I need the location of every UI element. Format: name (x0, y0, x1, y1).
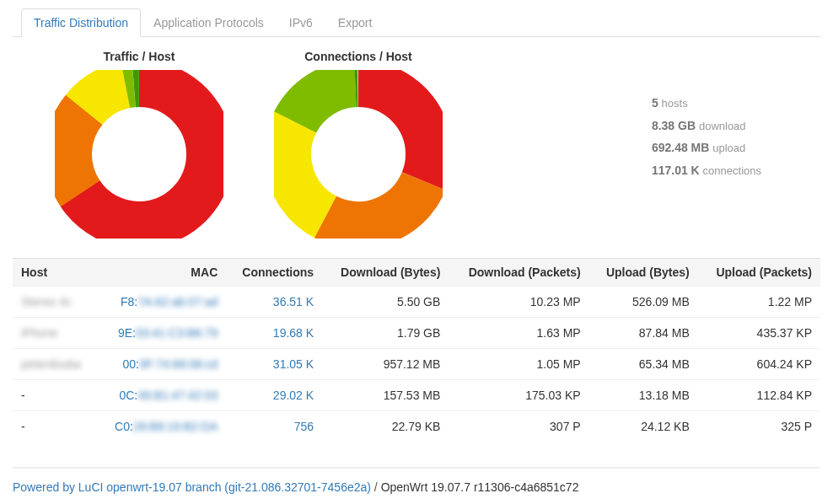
summary-stats: 5 hosts 8.38 GB download 692.48 MB uploa… (652, 50, 820, 182)
cell-download-packets: 1.05 MP (449, 349, 588, 380)
tab-ipv6[interactable]: IPv6 (277, 8, 325, 37)
stat-connections: 117.01 K connections (652, 159, 761, 182)
connections-chart (274, 70, 443, 239)
cell-mac[interactable]: 00:3F:74:68:08:cd (96, 349, 227, 380)
cell-upload-bytes: 87.84 MB (589, 318, 698, 349)
cell-download-packets: 307 P (449, 411, 588, 442)
cell-upload-packets: 435.37 KP (698, 318, 820, 349)
cell-upload-packets: 325 P (698, 411, 820, 442)
traffic-chart (55, 70, 223, 239)
table-row[interactable]: -C0:28:B8:19:B2:DA75622.79 KB307 P24.12 … (13, 411, 820, 442)
cell-download-packets: 1.63 MP (449, 318, 588, 349)
cell-download-bytes: 1.79 GB (322, 318, 449, 349)
cell-connections[interactable]: 19.68 K (226, 318, 322, 349)
cell-host: - (13, 411, 96, 442)
cell-mac[interactable]: F8:7A:62:ab:07:ad (96, 287, 227, 318)
overview: Traffic / Host Connections / Host (13, 50, 820, 241)
svg-point-11 (321, 117, 395, 191)
cell-upload-bytes: 13.18 MB (589, 380, 698, 411)
cell-host: - (13, 380, 96, 411)
connections-chart-title: Connections / Host (274, 50, 443, 63)
traffic-chart-title: Traffic / Host (55, 50, 223, 63)
cell-host: peterdouba (13, 349, 96, 380)
table-row[interactable]: peterdouba00:3F:74:68:08:cd31.05 K957.12… (13, 349, 820, 380)
th-mac[interactable]: MAC (96, 259, 227, 287)
cell-upload-packets: 112.84 KP (698, 380, 820, 411)
cell-download-bytes: 5.50 GB (322, 287, 449, 318)
cell-connections[interactable]: 756 (226, 411, 322, 442)
cell-connections[interactable]: 29.02 K (226, 380, 322, 411)
cell-download-bytes: 157.53 MB (322, 380, 449, 411)
cell-host: iPhone (13, 318, 96, 349)
th-host[interactable]: Host (13, 259, 96, 287)
svg-point-5 (102, 117, 176, 191)
cell-upload-bytes: 526.09 MB (589, 287, 698, 318)
stat-upload: 692.48 MB upload (652, 137, 761, 159)
footer: Powered by LuCI openwrt-19.07 branch (gi… (13, 467, 820, 494)
stat-hosts: 5 hosts (652, 92, 761, 115)
connections-chart-block: Connections / Host (274, 50, 443, 241)
host-table: Host MAC Connections Download (Bytes) Do… (13, 258, 820, 442)
th-upload-packets[interactable]: Upload (Packets) (698, 259, 820, 287)
cell-mac[interactable]: 0C:49:B1:47:42:03 (96, 380, 227, 411)
tab-export[interactable]: Export (325, 8, 384, 37)
table-row[interactable]: -0C:49:B1:47:42:0329.02 K157.53 MB175.03… (13, 380, 820, 411)
table-row[interactable]: Stereo 4cF8:7A:62:ab:07:ad36.51 K5.50 GB… (13, 287, 820, 318)
th-download-packets[interactable]: Download (Packets) (449, 259, 588, 287)
th-connections[interactable]: Connections (226, 259, 322, 287)
cell-host: Stereo 4c (13, 287, 96, 318)
cell-download-packets: 175.03 KP (449, 380, 588, 411)
cell-connections[interactable]: 36.51 K (226, 287, 322, 318)
footer-link[interactable]: Powered by LuCI openwrt-19.07 branch (gi… (13, 480, 371, 494)
stat-download: 8.38 GB download (652, 115, 761, 137)
cell-upload-packets: 604.24 KP (698, 349, 820, 380)
cell-upload-bytes: 65.34 MB (589, 349, 698, 380)
tabs: Traffic Distribution Application Protoco… (13, 8, 820, 37)
cell-upload-bytes: 24.12 KB (589, 411, 698, 442)
table-row[interactable]: iPhone9E:03:41:C3:B6:7919.68 K1.79 GB1.6… (13, 318, 820, 349)
cell-download-packets: 10.23 MP (449, 287, 588, 318)
tab-traffic-distribution[interactable]: Traffic Distribution (21, 8, 141, 37)
cell-mac[interactable]: 9E:03:41:C3:B6:79 (96, 318, 227, 349)
traffic-chart-block: Traffic / Host (55, 50, 223, 241)
footer-version: OpenWrt 19.07.7 r11306-c4a6851c72 (381, 480, 579, 494)
cell-download-bytes: 22.79 KB (322, 411, 449, 442)
tab-application-protocols[interactable]: Application Protocols (141, 8, 277, 37)
cell-mac[interactable]: C0:28:B8:19:B2:DA (96, 411, 227, 442)
cell-connections[interactable]: 31.05 K (226, 349, 322, 380)
cell-download-bytes: 957.12 MB (322, 349, 449, 380)
cell-upload-packets: 1.22 MP (698, 287, 820, 318)
th-download-bytes[interactable]: Download (Bytes) (322, 259, 449, 287)
th-upload-bytes[interactable]: Upload (Bytes) (589, 259, 698, 287)
